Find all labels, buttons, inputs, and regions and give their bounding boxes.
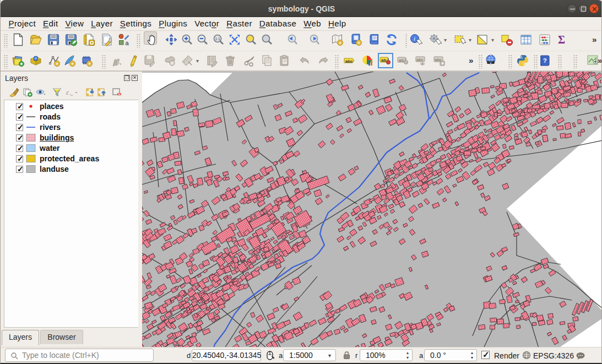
- svg-text:abc: abc: [417, 58, 424, 62]
- svg-text:i: i: [414, 35, 415, 42]
- svg-text:abc: abc: [435, 58, 442, 62]
- svg-text:ab: ab: [381, 58, 386, 63]
- svg-text:1:1: 1:1: [215, 37, 220, 41]
- svg-text:ε: ε: [66, 88, 69, 96]
- svg-text:abc: abc: [345, 59, 353, 64]
- svg-text:?: ?: [543, 57, 547, 64]
- svg-text:ab: ab: [399, 58, 404, 63]
- svg-text:a: a: [126, 40, 129, 46]
- svg-text:Σ: Σ: [558, 34, 565, 46]
